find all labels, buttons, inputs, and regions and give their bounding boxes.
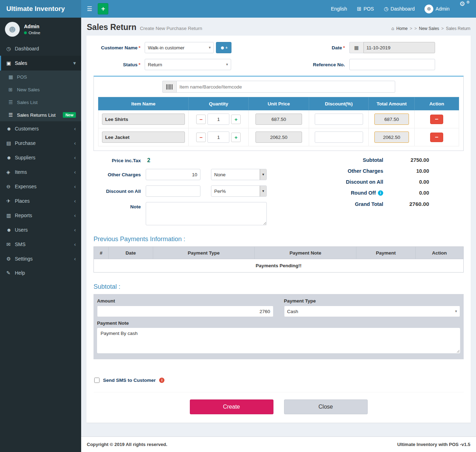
discount-on-all-label: Discount on All [94, 189, 146, 194]
quantity-decrease-button[interactable]: − [196, 115, 206, 124]
dashboard-icon: ◷ [6, 46, 15, 51]
previous-payments-title: Previous Payments Information : [94, 236, 464, 243]
close-button[interactable]: Close [284, 399, 368, 414]
send-sms-label: Send SMS to Customer [103, 378, 156, 383]
sidebar-item-sms[interactable]: ✉ SMS ‹ [0, 237, 81, 251]
amount-label: Amount [97, 298, 273, 304]
sms-info-icon[interactable]: i [159, 378, 164, 383]
sidebar-item-settings[interactable]: ⚙ Settings ‹ [0, 251, 81, 266]
payment-panel: Amount Payment Type Cash ▼ Payment Note [94, 294, 464, 359]
note-textarea[interactable] [146, 202, 267, 225]
payment-note-textarea[interactable]: Payment By cash [97, 328, 460, 353]
table-row: − + − [98, 128, 459, 146]
add-customer-button[interactable]: ☻+ [216, 42, 231, 53]
sidebar-subitem-pos[interactable]: ▦ POS [0, 71, 81, 83]
delete-row-button[interactable]: − [430, 115, 443, 124]
brand-logo[interactable]: Ultimate Inventory [0, 0, 81, 18]
reference-no-label: Reference No. [279, 62, 349, 67]
sidebar-subitem-sales-list[interactable]: ☰ Sales List [0, 96, 81, 109]
sidebar-item-users[interactable]: ☻ Users ‹ [0, 222, 81, 237]
items-icon: ◈ [6, 169, 15, 175]
item-name-input[interactable] [102, 132, 185, 143]
round-off-info-icon[interactable]: i [378, 190, 383, 196]
col-total-amount: Total Amount [369, 97, 415, 110]
settings-gear-icon[interactable]: ⚙ ⚙ [459, 0, 470, 18]
topbar-dashboard-link[interactable]: ◷ Dashboard [384, 0, 415, 18]
amount-input[interactable] [97, 306, 273, 317]
item-name-input[interactable] [102, 114, 185, 125]
chevron-left-icon: ‹ [74, 169, 76, 175]
chevron-left-icon: ‹ [74, 212, 76, 218]
online-dot-icon [24, 31, 27, 34]
sidebar-item-reports[interactable]: ▥ Reports ‹ [0, 208, 81, 222]
total-amount-input[interactable] [374, 132, 409, 143]
topbar: Ultimate Inventory ☰ + English ⊞ POS ◷ D… [0, 0, 476, 18]
other-charges-label: Other Charges [94, 172, 146, 177]
payment-type-select[interactable]: Cash [284, 306, 460, 317]
sidebar-item-dashboard[interactable]: ◷ Dashboard [0, 42, 81, 56]
quantity-increase-button[interactable]: + [231, 133, 241, 142]
person-add-icon: ☻ [220, 45, 225, 50]
quantity-decrease-button[interactable]: − [196, 133, 206, 142]
sidebar-toggle-hamburger-icon[interactable]: ☰ [81, 0, 98, 18]
list-icon: ☰ [8, 112, 17, 118]
sidebar-item-items[interactable]: ◈ Items ‹ [0, 165, 81, 179]
note-label: Note [94, 202, 146, 209]
quick-add-button[interactable]: + [98, 3, 108, 14]
sidebar-item-purchase[interactable]: ▤ Purchase ‹ [0, 136, 81, 150]
page-title: Sales Return [87, 23, 137, 32]
quantity-input[interactable] [207, 132, 229, 143]
chevron-down-icon: ▾ [73, 60, 76, 66]
expenses-icon: ⊖ [6, 184, 15, 189]
unit-price-input[interactable] [255, 132, 302, 143]
col-quantity: Quantity [188, 97, 249, 110]
items-panel: Item Name Quantity Unit Price Discount(%… [94, 76, 464, 151]
unit-price-input[interactable] [255, 114, 302, 125]
chevron-left-icon: ‹ [74, 154, 76, 160]
app-window: Ultimate Inventory ☰ + English ⊞ POS ◷ D… [0, 0, 476, 452]
user-status[interactable]: Online [24, 31, 40, 35]
topbar-pos-link[interactable]: ⊞ POS [357, 0, 374, 18]
user-name: Admin [24, 24, 40, 29]
quantity-increase-button[interactable]: + [231, 115, 241, 124]
chevron-left-icon: ‹ [74, 198, 76, 204]
other-charges-type-select[interactable]: None [211, 169, 267, 180]
discount-on-all-input[interactable] [146, 185, 200, 197]
payment-subtotal-title: Subtotal : [94, 283, 464, 291]
sidebar-item-customers[interactable]: ☻ Customers ‹ [0, 121, 81, 136]
send-sms-checkbox[interactable] [94, 378, 100, 383]
sidebar-item-expenses[interactable]: ⊖ Expenses ‹ [0, 179, 81, 194]
other-charges-input[interactable] [146, 169, 200, 180]
sms-icon: ✉ [6, 242, 15, 247]
reference-no-input[interactable] [349, 59, 435, 70]
sidebar-subitem-sales-returns-list[interactable]: ☰ Sales Returns List New [0, 109, 81, 121]
user-menu[interactable]: ☻ Admin [424, 0, 450, 18]
breadcrumb-home-link[interactable]: Home [396, 26, 408, 31]
sidebar-item-places[interactable]: ✈ Places ‹ [0, 194, 81, 208]
payment-note-label: Payment Note [97, 320, 460, 326]
date-input[interactable] [363, 42, 435, 53]
sidebar-item-sales[interactable]: ▣ Sales ▾ [0, 56, 81, 71]
status-select[interactable]: Return [145, 59, 231, 70]
create-button[interactable]: Create [190, 399, 273, 414]
breadcrumb-new-sales-link[interactable]: New Sales [419, 26, 439, 31]
item-search-input[interactable] [176, 81, 395, 93]
delete-row-button[interactable]: − [430, 133, 443, 142]
language-menu[interactable]: English [331, 0, 347, 18]
sidebar-item-help[interactable]: ✎ Help [0, 266, 81, 280]
customer-select[interactable]: Walk-in customer [145, 42, 214, 53]
discount-input[interactable] [315, 132, 363, 143]
discount-input[interactable] [315, 114, 363, 125]
date-label: Date* [279, 45, 349, 50]
reports-icon: ▥ [6, 213, 15, 218]
sidebar-subitem-new-sales[interactable]: ⊞ New Sales [0, 83, 81, 96]
subtotal-label: Subtotal [313, 157, 383, 163]
sidebar-item-suppliers[interactable]: ☻ Suppliers ‹ [0, 150, 81, 165]
col-action: Action [415, 97, 459, 110]
discount-type-select[interactable]: Per% [211, 185, 267, 197]
col-payment: Payment [356, 247, 416, 259]
col-action: Action [415, 247, 463, 259]
quantity-input[interactable] [207, 114, 229, 125]
total-amount-input[interactable] [374, 114, 409, 125]
sidebar-user-panel: ☻ Admin Online [0, 18, 81, 42]
